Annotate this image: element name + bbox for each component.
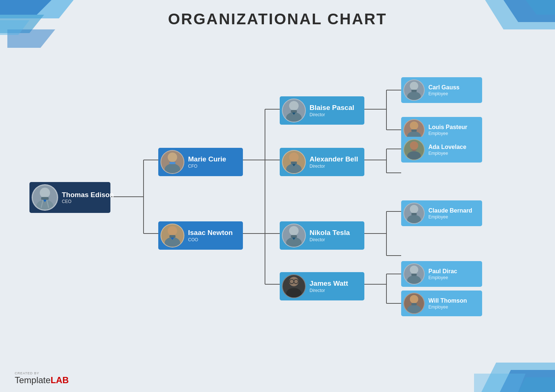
dirac-text: Paul Dirac Employee [428,268,457,280]
svg-point-84 [407,305,421,313]
created-by-label: CREATED BY [15,371,39,375]
svg-point-83 [410,295,418,303]
svg-marker-8 [481,363,555,392]
pascal-role: Director [310,112,354,117]
ceo-role: CEO [62,199,114,204]
page-title: ORGANIZATIONAL CHART [0,10,555,28]
watt-name: James Watt [310,279,348,288]
bell-name: Alexander Bell [310,155,358,164]
watt-text: James Watt Director [310,279,348,293]
coo-role: COO [188,237,233,242]
coo-text: Isaac Newton COO [188,229,233,242]
svg-point-72 [410,121,418,130]
tesla-name: Nikola Tesla [310,229,350,237]
svg-point-78 [407,215,421,223]
bernard-name: Claude Bernard [428,207,472,214]
bernard-avatar [403,203,425,224]
director-bell-node: Alexander Bell Director [280,148,364,176]
svg-rect-54 [291,110,297,113]
svg-point-48 [168,226,177,236]
svg-rect-79 [411,213,417,215]
svg-marker-11 [474,374,526,392]
svg-rect-47 [169,162,175,164]
gauss-name: Carl Gauss [428,84,459,91]
gauss-text: Carl Gauss Employee [428,84,459,96]
svg-point-65 [286,288,301,297]
svg-point-70 [407,92,421,100]
watt-role: Director [310,288,348,293]
emp-gauss-node: Carl Gauss Employee [401,77,482,103]
svg-point-39 [40,188,50,198]
svg-point-81 [407,275,421,284]
pascal-avatar [282,99,306,122]
gauss-role: Employee [428,91,459,96]
emp-bernard-node: Claude Bernard Employee [401,200,482,226]
dirac-avatar [403,263,425,285]
svg-marker-10 [518,377,555,392]
bell-avatar [282,150,306,174]
bell-text: Alexander Bell Director [310,155,358,169]
svg-point-80 [410,266,418,274]
svg-marker-9 [500,370,555,392]
cfo-name: Marie Curie [188,155,226,164]
chart-wrapper: Thomas Edison CEO Marie Curie CFO [18,39,537,366]
cfo-node: Marie Curie CFO [158,148,243,176]
emp-dirac-node: Paul Dirac Employee [401,261,482,287]
svg-rect-58 [291,161,297,164]
svg-rect-41 [41,197,49,200]
svg-rect-62 [291,235,297,238]
lovelace-name: Ada Lovelace [428,143,466,150]
thomson-text: Will Thomson Employee [428,297,467,309]
coo-name: Isaac Newton [188,229,233,237]
svg-point-76 [407,151,421,160]
brand-bold: LAB [50,375,68,385]
director-pascal-node: Blaise Pascal Director [280,96,364,125]
ceo-avatar [32,184,58,211]
svg-point-56 [289,153,299,162]
svg-point-77 [410,205,418,213]
brand-plain: Template [15,375,50,385]
ceo-node: Thomas Edison CEO [29,182,110,213]
watt-avatar [282,274,306,298]
thomson-role: Employee [428,304,467,310]
cfo-text: Marie Curie CFO [188,155,226,169]
thomson-name: Will Thomson [428,297,467,304]
watermark: CREATED BY Template LAB [15,371,69,385]
pascal-name: Blaise Pascal [310,104,354,112]
svg-rect-71 [411,90,417,92]
pascal-text: Blaise Pascal Director [310,104,354,117]
svg-point-60 [289,226,299,236]
ceo-text: Thomas Edison CEO [62,191,114,204]
pasteur-name: Louis Pasteur [428,124,467,131]
coo-node: Isaac Newton COO [158,221,243,250]
lovelace-text: Ada Lovelace Employee [428,143,466,156]
dirac-name: Paul Dirac [428,268,457,275]
coo-avatar [160,224,184,247]
lovelace-avatar [403,139,425,160]
thomson-avatar [403,293,425,314]
gauss-avatar [403,79,425,101]
svg-point-46 [165,164,180,173]
svg-rect-50 [169,235,175,238]
cfo-avatar [160,150,184,174]
bernard-role: Employee [428,214,472,220]
lovelace-role: Employee [428,151,466,156]
svg-point-45 [168,153,177,162]
tesla-avatar [282,224,306,247]
svg-point-75 [410,141,418,150]
bell-role: Director [310,164,358,169]
pasteur-role: Employee [428,131,467,136]
svg-rect-82 [411,274,417,276]
emp-lovelace-node: Ada Lovelace Employee [401,137,482,163]
pasteur-text: Louis Pasteur Employee [428,124,467,136]
emp-thomson-node: Will Thomson Employee [401,291,482,316]
svg-rect-85 [411,303,417,305]
svg-rect-74 [411,129,417,132]
director-tesla-node: Nikola Tesla Director [280,221,364,250]
bernard-text: Claude Bernard Employee [428,207,472,219]
svg-point-52 [289,101,299,111]
cfo-role: CFO [188,164,226,169]
svg-point-69 [410,82,418,90]
director-watt-node: James Watt Director [280,272,364,300]
dirac-role: Employee [428,275,457,280]
